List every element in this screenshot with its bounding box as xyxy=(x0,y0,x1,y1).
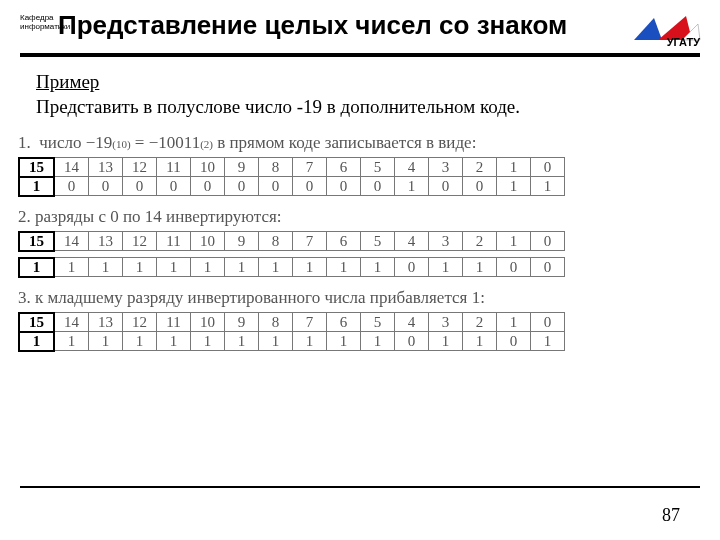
bit-cell: 1 xyxy=(54,332,89,351)
bit-cell: 1 xyxy=(293,332,327,351)
bit-cell: 8 xyxy=(259,158,293,177)
bit-cell: 12 xyxy=(123,232,157,251)
bit-cell: 1 xyxy=(225,332,259,351)
bit-cell: 1 xyxy=(259,258,293,277)
bit-cell: 11 xyxy=(157,313,191,332)
bit-cell: 3 xyxy=(429,158,463,177)
bit-cell: 0 xyxy=(225,177,259,196)
bit-cell: 0 xyxy=(429,177,463,196)
bit-cell: 9 xyxy=(225,158,259,177)
bit-cell: 1 xyxy=(361,258,395,277)
bit-cell: 2 xyxy=(463,232,497,251)
bit-cell: 0 xyxy=(123,177,157,196)
step-2-text: 2. разряды с 0 по 14 инвертируются: xyxy=(18,207,684,227)
bit-cell: 13 xyxy=(89,158,123,177)
table-step-1: 1514131211109876543210 1000000000010011 xyxy=(18,157,565,197)
bit-cell: 15 xyxy=(19,158,54,177)
bit-cell: 4 xyxy=(395,313,429,332)
bit-cell: 1 xyxy=(157,332,191,351)
bit-cell: 7 xyxy=(293,158,327,177)
bit-cell: 1 xyxy=(361,332,395,351)
bit-cell: 1 xyxy=(157,258,191,277)
bit-cell: 1 xyxy=(191,332,225,351)
bit-cell: 0 xyxy=(395,258,429,277)
bit-cell: 10 xyxy=(191,313,225,332)
bit-cell: 1 xyxy=(395,177,429,196)
step-1-text: 1. число −19(10) = −10011(2) в прямом ко… xyxy=(18,133,684,153)
bit-cell: 1 xyxy=(293,258,327,277)
bit-cell: 13 xyxy=(89,313,123,332)
bit-cell: 0 xyxy=(191,177,225,196)
bit-cell: 0 xyxy=(259,177,293,196)
bit-cell: 1 xyxy=(531,177,565,196)
bit-cell: 0 xyxy=(89,177,123,196)
bit-cell: 0 xyxy=(531,232,565,251)
bit-cell: 5 xyxy=(361,232,395,251)
bit-cell: 6 xyxy=(327,232,361,251)
bit-cell: 4 xyxy=(395,158,429,177)
bit-cell: 15 xyxy=(19,313,54,332)
bit-cell: 1 xyxy=(191,258,225,277)
page-number: 87 xyxy=(662,505,680,526)
bit-cell: 3 xyxy=(429,313,463,332)
bit-cell: 1 xyxy=(497,313,531,332)
bit-cell: 0 xyxy=(54,177,89,196)
bit-cell: 1 xyxy=(497,177,531,196)
example-task: Представить в полуслове число -19 в допо… xyxy=(36,95,684,119)
bit-cell: 1 xyxy=(19,258,54,277)
bit-cell: 13 xyxy=(89,232,123,251)
bit-cell: 1 xyxy=(429,332,463,351)
bit-cell: 0 xyxy=(531,258,565,277)
bit-cell: 1 xyxy=(531,332,565,351)
bit-cell: 4 xyxy=(395,232,429,251)
bit-cell: 2 xyxy=(463,313,497,332)
bit-cell: 12 xyxy=(123,158,157,177)
bit-cell: 6 xyxy=(327,313,361,332)
bit-cell: 0 xyxy=(361,177,395,196)
bit-cell: 0 xyxy=(497,258,531,277)
bit-cell: 0 xyxy=(531,158,565,177)
bit-cell: 1 xyxy=(54,258,89,277)
bit-cell: 1 xyxy=(19,177,54,196)
department-label: Кафедра информатики xyxy=(20,14,70,32)
bit-cell: 1 xyxy=(89,258,123,277)
bit-cell: 1 xyxy=(123,258,157,277)
bit-cell: 9 xyxy=(225,313,259,332)
bit-cell: 1 xyxy=(463,258,497,277)
bit-cell: 8 xyxy=(259,313,293,332)
bit-cell: 9 xyxy=(225,232,259,251)
bit-cell: 5 xyxy=(361,158,395,177)
bit-cell: 3 xyxy=(429,232,463,251)
bit-cell: 2 xyxy=(463,158,497,177)
slide-header: Кафедра информатики Представление целых … xyxy=(0,0,720,41)
bit-cell: 0 xyxy=(395,332,429,351)
bit-cell: 1 xyxy=(19,332,54,351)
bit-cell: 12 xyxy=(123,313,157,332)
bit-cell: 8 xyxy=(259,232,293,251)
example-heading: Пример xyxy=(36,71,684,93)
bit-cell: 0 xyxy=(497,332,531,351)
bit-cell: 7 xyxy=(293,313,327,332)
bit-cell: 1 xyxy=(327,258,361,277)
table-step-2: 1514131211109876543210 1111111111101100 xyxy=(18,231,565,278)
bit-cell: 1 xyxy=(327,332,361,351)
bit-cell: 10 xyxy=(191,232,225,251)
bit-cell: 14 xyxy=(54,313,89,332)
footer-divider xyxy=(20,486,700,488)
bit-cell: 0 xyxy=(531,313,565,332)
bit-cell: 0 xyxy=(463,177,497,196)
slide-content: Пример Представить в полуслове число -19… xyxy=(0,57,720,352)
bit-cell: 11 xyxy=(157,158,191,177)
bit-cell: 11 xyxy=(157,232,191,251)
bit-cell: 14 xyxy=(54,232,89,251)
bit-cell: 0 xyxy=(157,177,191,196)
svg-marker-0 xyxy=(634,18,662,40)
bit-cell: 1 xyxy=(463,332,497,351)
org-label: УГАТУ xyxy=(667,36,700,48)
bit-cell: 0 xyxy=(327,177,361,196)
bit-cell: 6 xyxy=(327,158,361,177)
bit-cell: 0 xyxy=(293,177,327,196)
bit-cell: 15 xyxy=(19,232,54,251)
bit-cell: 1 xyxy=(225,258,259,277)
bit-cell: 10 xyxy=(191,158,225,177)
